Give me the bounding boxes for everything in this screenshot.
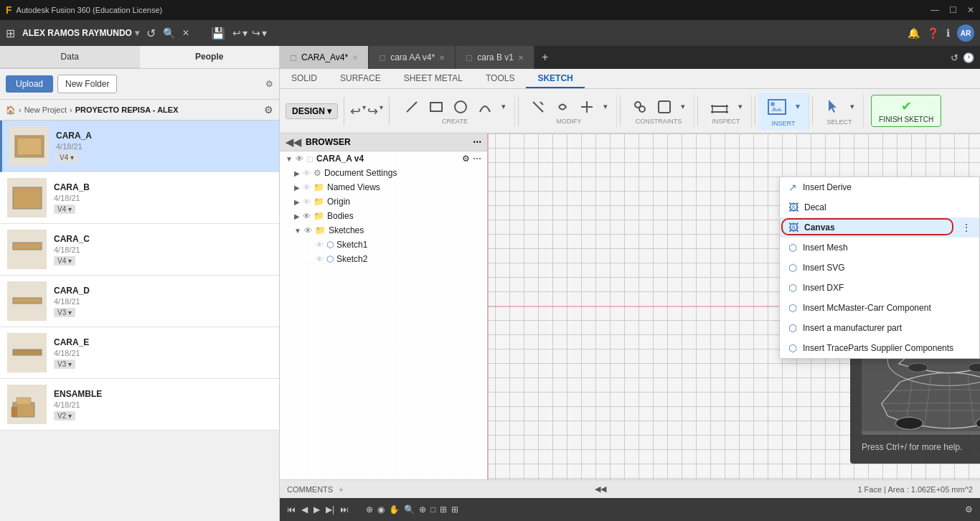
close-header-icon[interactable]: ✕ xyxy=(182,28,189,38)
fillet-tool-button[interactable] xyxy=(576,98,598,116)
info-icon[interactable]: ℹ xyxy=(946,27,950,39)
modify-more-button[interactable]: ▾ xyxy=(600,100,611,113)
extend-tool-button[interactable] xyxy=(552,98,573,116)
browser-item-origin[interactable]: ▶ 👁 📁 Origin xyxy=(280,194,487,209)
nav-tool6-icon[interactable]: ⊞ xyxy=(440,504,447,515)
eye-icon-sketch1[interactable]: 👁 xyxy=(316,240,324,249)
tab-close-icon[interactable]: ✕ xyxy=(352,54,358,62)
eye-icon-bodies[interactable]: 👁 xyxy=(303,212,311,220)
settings-gear-icon[interactable]: ⚙ xyxy=(265,79,273,89)
add-comment-icon[interactable]: + xyxy=(339,485,343,494)
nav-last-button[interactable]: ⏭ xyxy=(340,504,349,515)
insert-mcmaster-item[interactable]: ⬡ Insert McMaster-Carr Component xyxy=(780,298,979,318)
eye-icon-origin[interactable]: 👁 xyxy=(303,197,311,206)
new-tab-button[interactable]: + xyxy=(534,51,555,64)
insert-canvas-item[interactable]: 🖼 Canvas ⋮ xyxy=(780,217,979,238)
user-dropdown-icon[interactable]: ▾ xyxy=(135,28,139,38)
undo-dropdown-icon[interactable]: ▾ xyxy=(242,27,248,39)
save-as-button[interactable]: 💾 xyxy=(211,27,225,40)
redo-dropdown-icon[interactable]: ▾ xyxy=(262,27,267,39)
nav-tool7-icon[interactable]: ⊞ xyxy=(451,504,458,515)
nav-first-button[interactable]: ⏮ xyxy=(287,504,296,515)
insert-dxf-item[interactable]: ⬡ Insert DXF xyxy=(780,278,979,298)
root-options-icon[interactable]: ⚙ xyxy=(462,154,470,164)
breadcrumb-settings-icon[interactable]: ⚙ xyxy=(264,104,273,116)
insert-derive-item[interactable]: ↗ Insert Derive xyxy=(780,177,979,197)
notification-icon[interactable]: 🔔 xyxy=(908,27,920,39)
browser-collapse-icon[interactable]: ◀◀ xyxy=(286,136,301,148)
undo-toolbar-button[interactable]: ↩ xyxy=(350,103,361,119)
tab-sketch[interactable]: SKETCH xyxy=(526,70,584,88)
tab-surface[interactable]: SURFACE xyxy=(329,70,392,88)
tab-people[interactable]: People xyxy=(140,46,280,68)
breadcrumb-home-icon[interactable]: 🏠 xyxy=(6,105,16,115)
constraints-more-button[interactable]: ▾ xyxy=(678,100,688,113)
root-more-icon[interactable]: ⋯ xyxy=(473,154,481,164)
tab-tools[interactable]: TOOLS xyxy=(474,70,526,88)
maximize-button[interactable]: ☐ xyxy=(949,5,957,15)
nav-play-button[interactable]: ▶ xyxy=(314,504,320,515)
cad-tab-cara-b[interactable]: ◻ cara B v1 ✕ xyxy=(456,46,534,69)
create-more-button[interactable]: ▾ xyxy=(499,100,509,113)
undo-button[interactable]: ↩ xyxy=(232,27,241,39)
list-item[interactable]: CARA_B 4/18/21 V4 ▾ xyxy=(0,172,279,224)
constraint2-button[interactable] xyxy=(654,98,675,116)
insert-svg-item[interactable]: ⬡ Insert SVG xyxy=(780,258,979,278)
tab-solid[interactable]: SOLID xyxy=(280,70,329,88)
nav-tool4-icon[interactable]: ⊕ xyxy=(419,504,426,515)
list-item[interactable]: CARA_E 4/18/21 V3 ▾ xyxy=(0,327,279,379)
eye-icon-views[interactable]: 👁 xyxy=(303,183,311,192)
search-icon[interactable]: 🔍 xyxy=(163,27,175,39)
tab-clock-icon[interactable]: 🕐 xyxy=(963,52,974,63)
browser-item-sketch1[interactable]: 👁 ⬡ Sketch1 xyxy=(280,238,487,252)
insert-mfg-item[interactable]: ⬡ Insert a manufacturer part xyxy=(780,318,979,338)
design-dropdown-button[interactable]: DESIGN ▾ xyxy=(286,103,338,119)
insert-image-button[interactable] xyxy=(764,95,790,118)
eye-icon-sketch2[interactable]: 👁 xyxy=(316,255,324,263)
cad-tab-cara-a[interactable]: ◻ CARA_Av4* ✕ xyxy=(280,46,369,69)
constraint1-button[interactable] xyxy=(629,98,651,116)
close-button[interactable]: ✕ xyxy=(967,5,974,15)
help-icon[interactable]: ❓ xyxy=(927,27,939,39)
finish-sketch-button[interactable]: ✔ FINISH SKETCH xyxy=(871,95,941,127)
browser-item-sketches[interactable]: ▼ 👁 📁 Sketches xyxy=(280,223,487,238)
list-item[interactable]: CARA_A 4/18/21 V4 ▾ xyxy=(0,121,279,172)
browser-options-icon[interactable]: ⋯ xyxy=(473,137,481,147)
nav-tool3-icon[interactable]: 🔍 xyxy=(404,504,415,515)
browser-root-item[interactable]: ▼ 👁 ◻ CARA_A v4 ⚙ ⋯ xyxy=(280,151,487,166)
list-item[interactable]: CARA_C 4/18/21 V4 ▾ xyxy=(0,224,279,276)
nav-prev-button[interactable]: ◀ xyxy=(301,504,308,515)
insert-mesh-item[interactable]: ⬡ Insert Mesh xyxy=(780,238,979,258)
browser-item-sketch2[interactable]: 👁 ⬡ Sketch2 xyxy=(280,252,487,266)
browser-item-named-views[interactable]: ▶ 👁 📁 Named Views xyxy=(280,180,487,194)
nav-settings-gear-icon[interactable]: ⚙ xyxy=(965,504,973,515)
rect-tool-button[interactable] xyxy=(425,98,447,116)
undo-dropdown-toolbar-icon[interactable]: ▾ xyxy=(362,103,366,119)
nav-tool5-icon[interactable]: □ xyxy=(430,504,435,515)
breadcrumb-project[interactable]: New Project xyxy=(24,105,67,114)
redo-button[interactable]: ↪ xyxy=(252,27,260,39)
eye-icon-doc[interactable]: 👁 xyxy=(303,169,311,177)
comments-collapse-icon[interactable]: ◀◀ xyxy=(595,484,606,494)
eye-visible-icon[interactable]: 👁 xyxy=(296,154,303,163)
tab-close-icon2[interactable]: ✕ xyxy=(439,54,445,62)
trim-tool-button[interactable] xyxy=(527,98,549,116)
canvas-more-icon[interactable]: ⋮ xyxy=(962,222,971,233)
redo-toolbar-button[interactable]: ↪ xyxy=(367,103,378,119)
upload-button[interactable]: Upload xyxy=(6,75,53,93)
browser-item-bodies[interactable]: ▶ 👁 📁 Bodies xyxy=(280,209,487,223)
select-tool-button[interactable] xyxy=(821,97,844,117)
redo-dropdown-toolbar-icon[interactable]: ▾ xyxy=(380,103,383,119)
nav-tool2-icon[interactable]: ✋ xyxy=(389,504,400,515)
inspect-more-button[interactable]: ▾ xyxy=(735,100,745,113)
list-item[interactable]: ENSAMBLE 4/18/21 V2 ▾ xyxy=(0,379,279,431)
refresh-icon[interactable]: ↺ xyxy=(146,27,156,40)
minimize-button[interactable]: — xyxy=(930,5,939,15)
tab-sheet-metal[interactable]: SHEET METAL xyxy=(392,70,474,88)
user-avatar[interactable]: AR xyxy=(957,24,974,42)
insert-decal-item[interactable]: 🖼 Decal xyxy=(780,197,979,217)
list-item[interactable]: CARA_D 4/18/21 V3 ▾ xyxy=(0,276,279,327)
select-more-button[interactable]: ▾ xyxy=(847,100,857,113)
snap-icon[interactable]: ⊕ xyxy=(366,504,373,515)
insert-dropdown-button[interactable]: ▾ xyxy=(793,100,803,113)
